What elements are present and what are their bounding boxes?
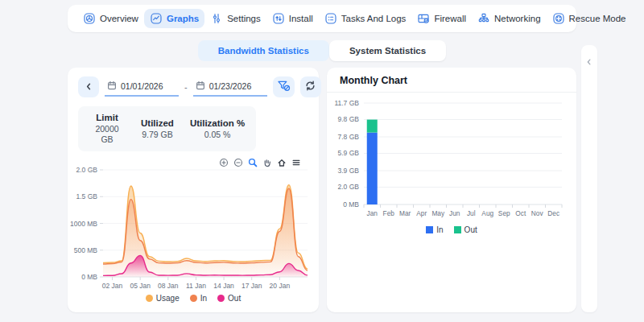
- svg-text:5.9 GB: 5.9 GB: [338, 149, 360, 157]
- settings-icon: [210, 12, 223, 25]
- svg-text:14 Jan: 14 Jan: [213, 282, 234, 290]
- chevron-left-icon: [85, 81, 93, 93]
- date-to-field[interactable]: 01/23/2026: [193, 78, 267, 97]
- svg-text:1.5 GB: 1.5 GB: [76, 192, 98, 200]
- graphs-icon: [150, 12, 163, 25]
- summary-value: 9.79 GB: [141, 130, 174, 140]
- summary-value: 20000 GB: [89, 124, 125, 145]
- calendar-icon: [196, 80, 205, 92]
- nav-item-networking[interactable]: Networking: [472, 9, 547, 28]
- legend-swatch: [146, 295, 153, 302]
- legend-item-usage[interactable]: Usage: [146, 294, 180, 303]
- svg-text:2.0 GB: 2.0 GB: [76, 166, 98, 174]
- svg-text:05 Jan: 05 Jan: [130, 282, 151, 290]
- nav-item-label: Install: [289, 14, 313, 23]
- svg-text:Mar: Mar: [399, 209, 411, 217]
- svg-text:Sep: Sep: [498, 209, 510, 217]
- tasks-icon: [324, 12, 337, 25]
- svg-text:2.0 GB: 2.0 GB: [338, 183, 360, 191]
- nav-item-install[interactable]: Install: [266, 9, 319, 28]
- summary-header: Utilization %: [190, 118, 245, 128]
- legend-item-in[interactable]: In: [190, 294, 207, 303]
- refresh-icon: [305, 80, 316, 93]
- collapse-panel-strip: [581, 45, 597, 312]
- nav-item-label: Settings: [227, 14, 261, 23]
- summary-header: Utilized: [141, 118, 174, 128]
- collapse-chevron-icon[interactable]: [585, 55, 593, 69]
- svg-text:11.7 GB: 11.7 GB: [334, 99, 359, 107]
- bandwidth-panel: 01/01/2026 - 01/23/2026 Limit 20000 GB U…: [68, 68, 319, 312]
- svg-text:7.8 GB: 7.8 GB: [338, 133, 360, 141]
- bandwidth-legend: Usage In Out: [68, 294, 319, 303]
- firewall-icon: [417, 12, 430, 25]
- monthly-panel: Monthly Chart 11.7 GB9.8 GB7.8 GB5.9 GB3…: [327, 68, 576, 312]
- nav-item-firewall[interactable]: Firewall: [411, 9, 472, 28]
- svg-text:Jul: Jul: [467, 209, 476, 217]
- nav-item-label: Rescue Mode: [569, 14, 626, 23]
- legend-swatch: [190, 295, 197, 302]
- svg-text:Feb: Feb: [383, 209, 395, 217]
- svg-text:Jun: Jun: [449, 209, 460, 217]
- svg-text:0 MB: 0 MB: [343, 200, 359, 208]
- legend-item-out[interactable]: Out: [217, 294, 241, 303]
- filter-off-icon: [277, 80, 291, 94]
- summary-limit: Limit 20000 GB: [89, 113, 125, 145]
- svg-text:Aug: Aug: [481, 209, 493, 217]
- nav-item-overview[interactable]: Overview: [77, 9, 144, 28]
- svg-text:Dec: Dec: [547, 209, 559, 217]
- clear-filter-button[interactable]: [273, 76, 295, 97]
- summary-utilization: Utilization % 0.05 %: [190, 118, 245, 140]
- install-icon: [272, 12, 285, 25]
- nav-item-settings[interactable]: Settings: [204, 9, 266, 28]
- statistics-tabs: Bandwidth Statistics System Statistics: [0, 40, 644, 61]
- date-to-value: 01/23/2026: [209, 81, 252, 91]
- svg-text:500 MB: 500 MB: [74, 246, 98, 254]
- svg-text:Nov: Nov: [531, 209, 544, 217]
- nav-item-label: Tasks And Logs: [341, 14, 407, 23]
- legend-item-out[interactable]: Out: [454, 225, 477, 234]
- legend-label: Out: [228, 294, 241, 303]
- summary-header: Limit: [89, 113, 125, 122]
- svg-text:Apr: Apr: [416, 209, 427, 217]
- legend-item-in[interactable]: In: [426, 225, 443, 234]
- date-range-controls: 01/01/2026 - 01/23/2026: [78, 76, 321, 98]
- previous-range-button[interactable]: [78, 76, 99, 97]
- monthly-chart-title: Monthly Chart: [340, 75, 407, 86]
- usage-summary-table: Limit 20000 GB Utilized 9.79 GB Utilizat…: [78, 106, 256, 151]
- calendar-icon: [107, 80, 117, 92]
- overview-icon: [83, 12, 96, 25]
- svg-text:1000 MB: 1000 MB: [70, 220, 97, 228]
- svg-text:Oct: Oct: [515, 209, 526, 217]
- svg-text:17 Jan: 17 Jan: [242, 282, 262, 290]
- nav-item-tasks-and-logs[interactable]: Tasks And Logs: [319, 9, 412, 28]
- top-navigation: Overview Graphs Settings Install Tasks A…: [68, 5, 576, 32]
- tab-bandwidth-statistics[interactable]: Bandwidth Statistics: [198, 40, 329, 61]
- nav-item-label: Overview: [100, 14, 138, 23]
- legend-label: In: [200, 294, 207, 303]
- legend-label: Out: [464, 225, 477, 234]
- bandwidth-area-chart[interactable]: 2.0 GB1.5 GB1000 MB500 MB0 MB02 Jan05 Ja…: [68, 163, 319, 293]
- tab-system-statistics[interactable]: System Statistics: [329, 40, 446, 61]
- nav-item-label: Firewall: [434, 14, 466, 23]
- refresh-button[interactable]: [300, 76, 321, 97]
- monthly-legend: In Out: [327, 225, 576, 234]
- date-separator: -: [184, 82, 188, 92]
- rescue-icon: [552, 12, 565, 25]
- nav-item-rescue-mode[interactable]: Rescue Mode: [547, 9, 632, 28]
- date-from-value: 01/01/2026: [121, 81, 163, 91]
- legend-label: Usage: [156, 294, 180, 303]
- nav-item-graphs[interactable]: Graphs: [144, 9, 204, 28]
- legend-swatch: [217, 295, 225, 302]
- panel-divider: [327, 92, 576, 93]
- summary-value: 0.05 %: [190, 130, 245, 140]
- nav-item-label: Networking: [494, 14, 541, 23]
- svg-text:08 Jan: 08 Jan: [158, 282, 179, 290]
- svg-text:20 Jan: 20 Jan: [270, 282, 291, 290]
- svg-text:3.9 GB: 3.9 GB: [338, 167, 360, 175]
- networking-icon: [477, 12, 490, 25]
- svg-text:11 Jan: 11 Jan: [186, 282, 206, 290]
- date-from-field[interactable]: 01/01/2026: [105, 78, 179, 97]
- legend-label: In: [436, 225, 443, 234]
- svg-text:02 Jan: 02 Jan: [102, 282, 123, 290]
- legend-swatch: [454, 226, 461, 233]
